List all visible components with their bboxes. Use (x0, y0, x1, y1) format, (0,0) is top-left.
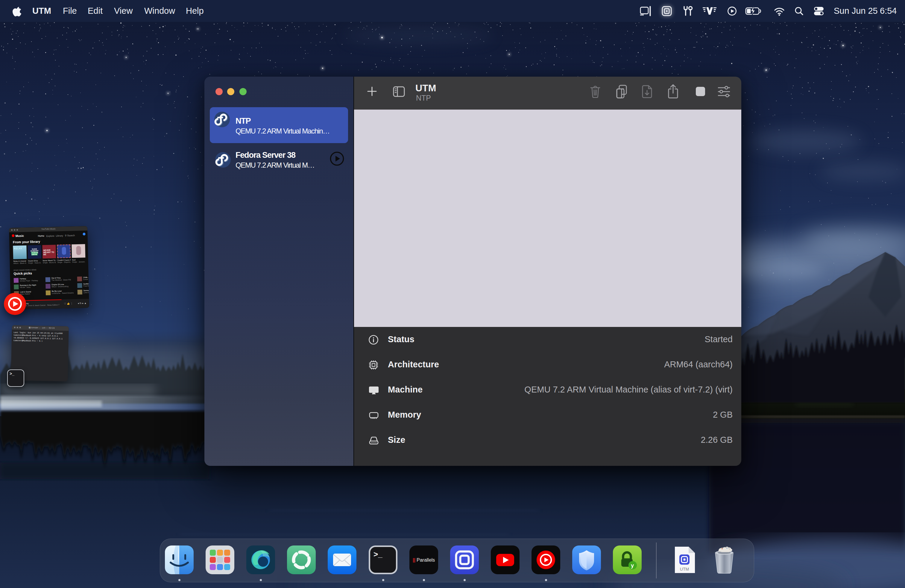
svg-text:Parallels: Parallels (417, 558, 435, 563)
svg-text:||: || (413, 558, 415, 563)
svg-text:>_: >_ (373, 550, 383, 559)
svg-text:y: y (631, 563, 634, 569)
svg-text:UTM: UTM (680, 567, 689, 572)
